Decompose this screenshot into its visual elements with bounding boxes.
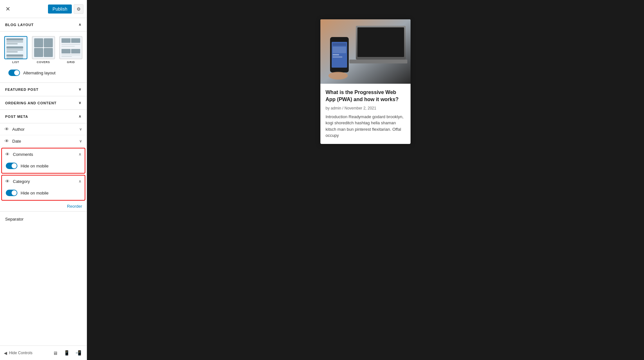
mobile-view-button[interactable]: 📲 (74, 348, 83, 357)
comments-chevron-icon: ∧ (79, 152, 81, 156)
comments-hide-mobile-label: Hide on mobile (21, 164, 49, 168)
layout-grid-label: GRID (67, 61, 75, 64)
layout-option-list[interactable]: LIST (3, 36, 28, 64)
meta-item-category-header[interactable]: 👁 Category ∧ (2, 175, 85, 187)
blog-card-image-svg (320, 19, 411, 84)
reorder-link[interactable]: Reorder (0, 201, 87, 211)
layout-thumb-grid (59, 36, 82, 59)
meta-item-comments-expanded: 👁 Comments ∧ Hide on mobile (1, 148, 85, 174)
comments-eye-icon: 👁 (5, 152, 10, 157)
layout-option-covers[interactable]: COVERS (31, 36, 56, 64)
ordering-title: ORDERING AND CONTENT (5, 101, 57, 105)
blog-card-author: admin (331, 106, 341, 110)
blog-card-image (320, 19, 411, 84)
layout-options-section: LIST COVERS (0, 32, 87, 83)
blog-card-date: November 2, 2021 (345, 106, 376, 110)
meta-item-date[interactable]: 👁 Date ∨ (0, 135, 87, 147)
date-label: Date (12, 139, 76, 144)
layout-covers-label: COVERS (37, 61, 50, 64)
blog-layout-chevron-icon: ∧ (79, 23, 81, 27)
ordering-chevron-icon: ∨ (79, 101, 81, 105)
hide-controls-arrow-icon: ◀ (4, 351, 7, 355)
featured-post-title: FEATURED POST (5, 88, 39, 91)
post-meta-section-header[interactable]: POST META ∧ (0, 110, 87, 123)
featured-post-section-header[interactable]: FEATURED POST ∨ (0, 83, 87, 96)
separator-label: Separator (5, 217, 24, 222)
blog-card-excerpt: Introduction Readymade godard brooklyn, … (326, 114, 405, 139)
date-eye-icon: 👁 (5, 138, 9, 144)
topbar-right: Publish ⚙ (48, 4, 83, 14)
blog-card-author-prefix: by (326, 106, 331, 110)
view-icons: 🖥 📱 📲 (51, 348, 83, 357)
settings-button[interactable]: ⚙ (74, 4, 83, 14)
date-chevron-icon: ∨ (79, 139, 82, 143)
category-chevron-icon: ∧ (79, 179, 81, 184)
layout-options: LIST COVERS (3, 36, 83, 64)
blog-card-meta: by admin / November 2, 2021 (326, 106, 405, 110)
svg-rect-8 (333, 54, 339, 55)
post-meta-chevron-icon: ∧ (79, 114, 81, 118)
topbar: ✕ Publish ⚙ (0, 0, 87, 18)
comments-toggle-row: Hide on mobile (6, 163, 81, 169)
hide-controls-button[interactable]: ◀ Hide Controls (4, 351, 33, 355)
alternating-layout-row: Alternating layout (3, 66, 83, 79)
layout-thumb-covers (32, 36, 55, 59)
desktop-view-button[interactable]: 🖥 (51, 348, 60, 357)
svg-rect-2 (357, 27, 404, 57)
sidebar: ✕ Publish ⚙ BLOG LAYOUT ∧ (0, 0, 87, 360)
svg-rect-6 (333, 43, 346, 46)
svg-rect-3 (349, 60, 407, 63)
category-hide-mobile-toggle[interactable] (6, 190, 17, 196)
author-label: Author (12, 127, 76, 132)
hide-controls-label: Hide Controls (9, 351, 33, 355)
comments-hide-mobile-toggle[interactable] (6, 163, 17, 169)
bottom-bar: ◀ Hide Controls 🖥 📱 📲 (0, 346, 87, 360)
ordering-section-header[interactable]: ORDERING AND CONTENT ∨ (0, 96, 87, 110)
separator-section: Separator (0, 211, 87, 226)
publish-button[interactable]: Publish (48, 5, 72, 14)
alternating-layout-toggle[interactable] (8, 70, 20, 76)
comments-label: Comments (13, 152, 75, 157)
blog-layout-title: BLOG LAYOUT (5, 23, 34, 27)
tablet-view-button[interactable]: 📱 (62, 348, 71, 357)
author-eye-icon: 👁 (5, 127, 9, 132)
comments-body: Hide on mobile (2, 160, 85, 173)
main-preview: What is the Progressive Web App (PWA) an… (87, 0, 644, 360)
layout-option-grid[interactable]: GRID (58, 36, 83, 64)
post-meta-title: POST META (5, 115, 28, 118)
meta-item-comments-header[interactable]: 👁 Comments ∧ (2, 148, 85, 160)
blog-card-title: What is the Progressive Web App (PWA) an… (326, 89, 405, 103)
category-body: Hide on mobile (2, 187, 85, 200)
category-toggle-row: Hide on mobile (6, 190, 81, 196)
svg-rect-9 (333, 56, 342, 58)
svg-rect-7 (333, 47, 346, 53)
meta-item-category-expanded: 👁 Category ∧ Hide on mobile (1, 175, 85, 201)
svg-point-10 (328, 72, 348, 80)
meta-item-author[interactable]: 👁 Author ∨ (0, 123, 87, 135)
category-eye-icon: 👁 (5, 179, 10, 184)
topbar-left: ✕ (3, 5, 12, 14)
layout-thumb-list (4, 36, 27, 59)
blog-card-separator: / (342, 106, 345, 110)
blog-layout-section-header[interactable]: BLOG LAYOUT ∧ (0, 18, 87, 32)
layout-list-label: LIST (12, 61, 19, 64)
category-hide-mobile-label: Hide on mobile (21, 191, 49, 195)
category-label: Category (13, 179, 75, 184)
blog-card-body: What is the Progressive Web App (PWA) an… (320, 84, 411, 144)
close-button[interactable]: ✕ (3, 5, 12, 14)
blog-post-card: What is the Progressive Web App (PWA) an… (320, 19, 411, 144)
author-chevron-icon: ∨ (79, 127, 82, 131)
alternating-layout-label: Alternating layout (23, 71, 55, 75)
featured-post-chevron-icon: ∨ (79, 87, 81, 91)
